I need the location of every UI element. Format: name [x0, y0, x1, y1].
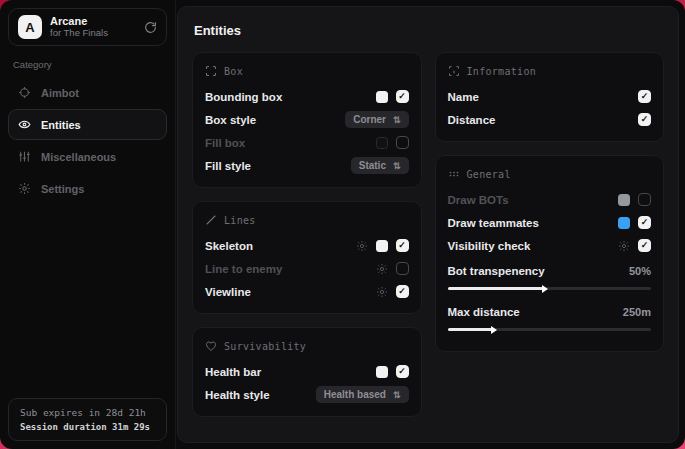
row-health-bar: Health bar [205, 360, 409, 383]
row-box-style: Box style Corner ⇅ [205, 108, 409, 131]
row-skeleton: Skeleton [205, 234, 409, 257]
row-label: Fill style [205, 160, 251, 172]
app-window: A Arcane for The Finals Category Aimbot [0, 0, 685, 449]
health-bar-checkbox[interactable] [396, 365, 409, 378]
app-logo: A [18, 15, 42, 39]
sidebar-item-miscellaneous[interactable]: Miscellaneous [8, 141, 167, 172]
line-to-enemy-checkbox[interactable] [396, 262, 409, 275]
bounding-box-checkbox[interactable] [396, 90, 409, 103]
row-label: Visibility check [448, 240, 531, 252]
slider-fill [448, 287, 544, 290]
section-box-header: Box [205, 65, 409, 77]
row-label: Bounding box [205, 91, 282, 103]
sub-expiry-text: Sub expires in 28d 21h [20, 407, 155, 418]
gear-icon[interactable] [376, 263, 388, 275]
name-checkbox[interactable] [638, 90, 651, 103]
max-distance-value: 250m [623, 306, 651, 318]
section-lines: Lines Skeleton Line to enemy [192, 201, 422, 314]
row-label: Name [448, 91, 479, 103]
app-subtitle: for The Finals [50, 28, 108, 39]
row-label: Line to enemy [205, 263, 282, 275]
row-label: Bot transpenency [448, 265, 545, 277]
section-information: Information Name Distance [435, 52, 665, 142]
section-lines-header: Lines [205, 214, 409, 226]
gear-icon[interactable] [356, 240, 368, 252]
row-label: Box style [205, 114, 256, 126]
skeleton-color-swatch[interactable] [376, 240, 388, 252]
row-fill-style: Fill style Static ⇅ [205, 154, 409, 177]
row-health-style: Health style Health based ⇅ [205, 383, 409, 406]
bot-transparency-value: 50% [629, 265, 651, 277]
section-survivability: Survivability Health bar Health style He… [192, 327, 422, 417]
category-label: Category [13, 59, 162, 70]
gear-icon[interactable] [376, 286, 388, 298]
section-survivability-header: Survivability [205, 340, 409, 352]
info-icon [448, 65, 460, 77]
box-corners-icon [205, 65, 217, 77]
crosshair-icon [18, 86, 31, 99]
fill-box-color-swatch[interactable] [376, 137, 388, 149]
row-label: Fill box [205, 137, 245, 149]
sidebar-item-aimbot[interactable]: Aimbot [8, 77, 167, 108]
row-label: Max distance [448, 306, 520, 318]
section-title: Lines [224, 215, 256, 226]
draw-bots-color-swatch[interactable] [618, 194, 630, 206]
skeleton-checkbox[interactable] [396, 239, 409, 252]
bot-transparency-slider[interactable] [448, 287, 652, 290]
row-bot-transparency: Bot transpenency 50% [448, 259, 652, 282]
eye-icon [18, 118, 31, 131]
sliders-icon [18, 150, 31, 163]
section-title: Information [467, 66, 537, 77]
row-label: Draw teammates [448, 217, 539, 229]
dropdown-value: Health based [324, 389, 386, 400]
sidebar-item-label: Settings [41, 183, 84, 195]
draw-bots-checkbox[interactable] [638, 193, 651, 206]
row-viewline: Viewline [205, 280, 409, 303]
sidebar-nav: Aimbot Entities Miscellaneous Settings [8, 77, 167, 204]
grid-dots-icon [448, 168, 460, 180]
gear-icon[interactable] [618, 240, 630, 252]
sidebar-item-entities[interactable]: Entities [8, 109, 167, 140]
content-panel: Entities Box Bounding box [177, 6, 679, 443]
heart-icon [205, 340, 217, 352]
section-information-header: Information [448, 65, 652, 77]
viewline-checkbox[interactable] [396, 285, 409, 298]
session-duration-text: Session duration 31m 29s [20, 422, 155, 432]
section-title: Box [224, 66, 243, 77]
health-style-dropdown[interactable]: Health based ⇅ [316, 386, 409, 403]
gear-icon [18, 182, 31, 195]
box-style-dropdown[interactable]: Corner ⇅ [345, 111, 408, 128]
draw-teammates-checkbox[interactable] [638, 216, 651, 229]
row-name: Name [448, 85, 652, 108]
updown-arrows-icon: ⇅ [393, 161, 401, 171]
dropdown-value: Static [359, 160, 386, 171]
visibility-check-checkbox[interactable] [638, 239, 651, 252]
row-label: Viewline [205, 286, 251, 298]
app-name: Arcane [50, 15, 108, 28]
max-distance-slider[interactable] [448, 328, 652, 331]
health-bar-color-swatch[interactable] [376, 366, 388, 378]
bounding-box-color-swatch[interactable] [376, 91, 388, 103]
section-general: General Draw BOTs Draw teammates [435, 155, 665, 352]
distance-checkbox[interactable] [638, 113, 651, 126]
sidebar-item-label: Aimbot [41, 87, 79, 99]
section-title: Survivability [224, 341, 306, 352]
row-distance: Distance [448, 108, 652, 131]
row-line-to-enemy: Line to enemy [205, 257, 409, 280]
updown-arrows-icon: ⇅ [393, 390, 401, 400]
subscription-info: Sub expires in 28d 21h Session duration … [8, 398, 167, 441]
sync-icon[interactable] [144, 21, 157, 34]
row-draw-bots: Draw BOTs [448, 188, 652, 211]
row-draw-teammates: Draw teammates [448, 211, 652, 234]
row-visibility-check: Visibility check [448, 234, 652, 257]
row-label: Skeleton [205, 240, 253, 252]
row-fill-box: Fill box [205, 131, 409, 154]
sidebar-item-settings[interactable]: Settings [8, 173, 167, 204]
section-general-header: General [448, 168, 652, 180]
fill-box-checkbox[interactable] [396, 136, 409, 149]
sidebar-item-label: Entities [41, 119, 81, 131]
slider-fill [448, 328, 493, 331]
fill-style-dropdown[interactable]: Static ⇅ [351, 157, 409, 174]
draw-teammates-color-swatch[interactable] [618, 217, 630, 229]
row-bounding-box: Bounding box [205, 85, 409, 108]
